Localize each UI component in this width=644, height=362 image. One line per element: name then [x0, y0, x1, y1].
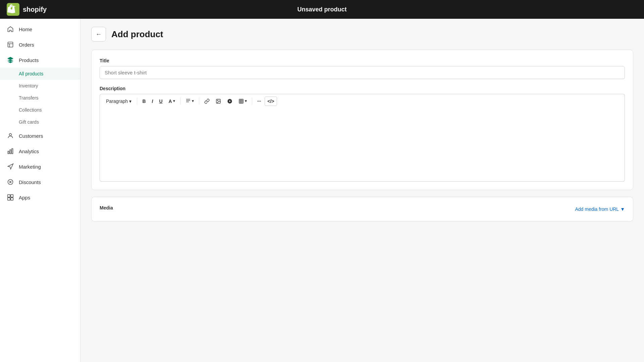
- logo-text: shopify: [23, 6, 47, 13]
- orders-icon: [7, 41, 14, 48]
- video-icon: [227, 99, 232, 104]
- link-button[interactable]: [202, 97, 212, 106]
- add-media-chevron: ▼: [620, 206, 625, 212]
- table-icon: [238, 99, 244, 104]
- separator-1: [137, 98, 137, 105]
- sidebar-label-products: Products: [19, 57, 39, 63]
- text-color-chevron: ▾: [173, 99, 175, 103]
- customers-icon: [7, 132, 14, 139]
- bold-button[interactable]: B: [140, 97, 148, 106]
- svg-rect-10: [11, 198, 13, 200]
- description-editor[interactable]: [100, 108, 625, 182]
- sub-label-transfers: Transfers: [19, 95, 39, 101]
- more-button[interactable]: ···: [255, 97, 264, 106]
- sidebar-item-home[interactable]: Home: [0, 21, 80, 37]
- analytics-icon: [7, 147, 14, 155]
- topbar-title: Unsaved product: [297, 6, 346, 13]
- sidebar-item-gift-cards[interactable]: Gift cards: [0, 116, 80, 128]
- sidebar-label-apps: Apps: [19, 195, 30, 200]
- svg-rect-1: [8, 42, 13, 47]
- media-card: Media Add media from URL ▼: [91, 197, 633, 222]
- add-media-text: Add media from URL: [575, 206, 619, 212]
- apps-icon: [7, 194, 14, 201]
- layout: Home Orders Products All products: [0, 19, 644, 362]
- svg-rect-9: [8, 198, 10, 200]
- sidebar-label-marketing: Marketing: [19, 164, 41, 170]
- sidebar-item-all-products[interactable]: All products: [0, 68, 80, 80]
- sidebar-item-customers[interactable]: Customers: [0, 128, 80, 143]
- italic-button[interactable]: I: [150, 97, 156, 106]
- shopify-logo[interactable]: shopify: [7, 3, 47, 16]
- table-button[interactable]: ▾: [236, 97, 249, 106]
- image-icon: [216, 99, 221, 104]
- sidebar-item-marketing[interactable]: Marketing: [0, 159, 80, 174]
- editor-toolbar: Paragraph ▾ B I U A ▾: [100, 94, 625, 108]
- svg-rect-18: [239, 99, 243, 103]
- svg-rect-4: [10, 150, 11, 154]
- description-label: Description: [100, 86, 625, 91]
- separator-4: [252, 98, 252, 105]
- page-title: Add product: [111, 29, 163, 40]
- title-input[interactable]: [100, 66, 625, 79]
- home-icon: [7, 25, 14, 33]
- sidebar-item-collections[interactable]: Collections: [0, 104, 80, 116]
- add-media-button[interactable]: Add media from URL ▼: [575, 206, 625, 212]
- table-chevron: ▾: [245, 99, 247, 103]
- svg-point-2: [9, 133, 12, 136]
- svg-rect-3: [8, 151, 9, 154]
- align-button[interactable]: ▾: [183, 96, 196, 106]
- main-content: ← Add product Title Description Paragrap…: [80, 19, 644, 362]
- sidebar-item-apps[interactable]: Apps: [0, 190, 80, 205]
- paragraph-selector[interactable]: Paragraph ▾: [103, 97, 134, 106]
- discounts-icon: [7, 178, 14, 186]
- sidebar-item-products[interactable]: Products: [0, 52, 80, 68]
- text-color-button[interactable]: A ▾: [166, 97, 177, 106]
- svg-rect-5: [12, 149, 13, 154]
- image-button[interactable]: [213, 97, 223, 106]
- svg-rect-8: [11, 195, 13, 197]
- sidebar: Home Orders Products All products: [0, 19, 80, 362]
- marketing-icon: [7, 163, 14, 170]
- underline-button[interactable]: U: [157, 97, 165, 106]
- video-button[interactable]: [225, 97, 235, 106]
- separator-3: [199, 98, 199, 105]
- sidebar-label-analytics: Analytics: [19, 148, 39, 154]
- align-chevron: ▾: [192, 99, 194, 103]
- separator-2: [180, 98, 180, 105]
- link-icon: [204, 99, 210, 104]
- back-button[interactable]: ←: [91, 27, 106, 42]
- sidebar-item-transfers[interactable]: Transfers: [0, 92, 80, 104]
- sidebar-label-home: Home: [19, 26, 32, 32]
- media-label: Media: [100, 205, 113, 210]
- paragraph-label: Paragraph: [106, 99, 128, 104]
- products-icon: [7, 56, 14, 64]
- text-color-label: A: [169, 99, 172, 104]
- topbar: shopify Unsaved product: [0, 0, 644, 19]
- sidebar-label-customers: Customers: [19, 133, 43, 139]
- title-label: Title: [100, 58, 625, 63]
- code-button[interactable]: </>: [265, 97, 277, 106]
- sub-label-all-products: All products: [19, 71, 43, 76]
- sub-label-collections: Collections: [19, 107, 42, 113]
- align-icon: [185, 98, 191, 104]
- sidebar-label-orders: Orders: [19, 42, 34, 48]
- sidebar-label-discounts: Discounts: [19, 179, 41, 185]
- sidebar-item-analytics[interactable]: Analytics: [0, 143, 80, 159]
- paragraph-chevron: ▾: [129, 99, 131, 104]
- sub-label-inventory: Inventory: [19, 83, 38, 88]
- sidebar-item-orders[interactable]: Orders: [0, 37, 80, 52]
- sidebar-item-discounts[interactable]: Discounts: [0, 174, 80, 190]
- title-card: Title Description Paragraph ▾ B I U A: [91, 50, 633, 190]
- page-header: ← Add product: [91, 27, 633, 42]
- sidebar-item-inventory[interactable]: Inventory: [0, 80, 80, 92]
- media-header: Media Add media from URL ▼: [100, 205, 625, 213]
- svg-point-15: [217, 100, 218, 101]
- svg-rect-7: [8, 195, 10, 197]
- sub-label-gift-cards: Gift cards: [19, 119, 39, 125]
